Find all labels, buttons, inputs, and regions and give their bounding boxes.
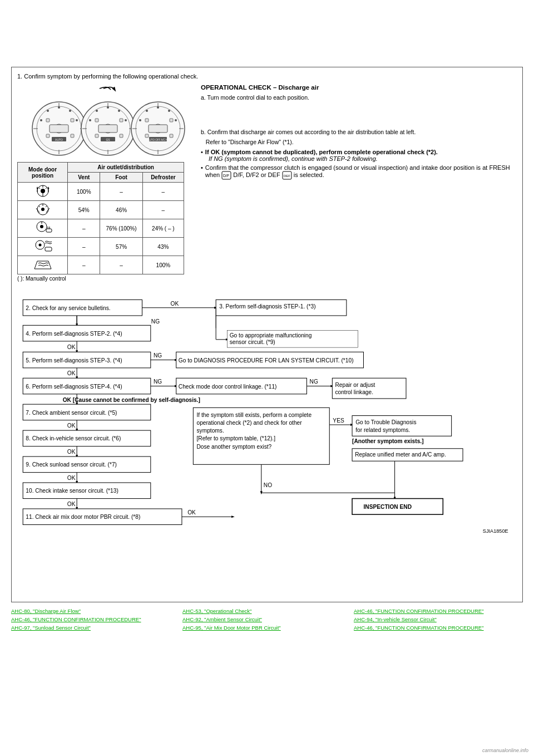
flow-diagram-svg: 2. Check for any service bulletins. OK 3… xyxy=(17,288,517,595)
table-row: 54% 46% – xyxy=(18,201,184,219)
svg-point-38 xyxy=(96,110,98,112)
step7-text: 7. Check ambient sensor circuit. (*5) xyxy=(26,410,117,416)
svg-text:DEF: DEF xyxy=(284,174,290,178)
svg-line-70 xyxy=(46,205,47,207)
svg-rect-82 xyxy=(45,247,52,251)
ng-label-2: NG xyxy=(154,352,162,359)
svg-point-15 xyxy=(58,106,60,109)
svg-point-56 xyxy=(139,119,141,121)
mode-icon-vent xyxy=(18,183,68,201)
table-row: – 57% 43% xyxy=(18,238,184,256)
svg-point-19 xyxy=(47,110,49,112)
ok-cause-text: OK [Cause cannot be confirmed by self-di… xyxy=(63,397,200,403)
mode-icon-bilevel xyxy=(18,201,68,219)
def-row3: 24% ( – ) xyxy=(142,219,184,238)
vent-row4: – xyxy=(68,238,100,256)
op-check-title: OPERATIONAL CHECK – Discharge air xyxy=(201,84,517,91)
svg-text:D/F: D/F xyxy=(223,174,229,178)
footer-link-5[interactable]: AHC-92, "Ambient Sensor Circuit" xyxy=(182,616,352,622)
symptom-still-2: operational check (*2) and check for oth… xyxy=(196,420,302,426)
air-outlet-header: Air outlet/distribution xyxy=(68,163,184,173)
step4-text: 4. Perform self-diagnosis STEP-2. (*4) xyxy=(26,331,122,337)
vent-header: Vent xyxy=(68,173,100,183)
svg-rect-46 xyxy=(149,125,167,132)
mode-icon-foot xyxy=(18,219,68,238)
svg-rect-77 xyxy=(46,229,52,232)
ok-label-1: OK xyxy=(171,301,179,307)
ok-label-5: OK xyxy=(67,449,76,455)
svg-rect-13 xyxy=(71,134,74,138)
footer-link-1[interactable]: AHC-80, "Discharge Air Flow" xyxy=(11,608,180,614)
step11-text: 11. Check air mix door motor PBR circuit… xyxy=(26,514,140,520)
def-row4: 43% xyxy=(142,238,184,256)
ok-label-2: OK xyxy=(67,344,76,350)
dials-svg: AUTO xyxy=(17,84,190,156)
svg-line-62 xyxy=(38,187,40,189)
svg-rect-51 xyxy=(170,134,173,138)
ng-label-3: NG xyxy=(154,379,162,385)
vent-row3: – xyxy=(68,219,100,238)
table-note: ( ): Manually control xyxy=(17,276,190,282)
svg-rect-14 xyxy=(46,134,50,138)
bullet2: • Confirm that the compressor clutch is … xyxy=(201,164,517,180)
footer-link-6[interactable]: AHC-94, "In-vehicle Sensor Circuit" xyxy=(354,616,523,622)
discharge-table: Mode door position Air outlet/distributi… xyxy=(17,162,184,274)
go-appropriate-2: sensor circuit. (*9) xyxy=(230,339,275,345)
svg-rect-52 xyxy=(145,134,149,138)
footer-link-7[interactable]: AHC-97, "Sunload Sensor Circuit" xyxy=(11,625,180,631)
no-label: NO xyxy=(264,482,272,488)
mode-icon-footdef xyxy=(18,238,68,256)
foot-row3: 76% (100%) xyxy=(100,219,142,238)
go-lan-text: Go to DIAGNOSIS PROCEDURE FOR LAN SYSTEM… xyxy=(179,357,354,364)
footer-link-3[interactable]: AHC-46, "FUNCTION CONFIRMATION PROCEDURE… xyxy=(354,608,523,614)
step3-text: 3. Perform self-diagnosis STEP-1. (*3) xyxy=(219,303,315,310)
svg-rect-27 xyxy=(98,125,117,132)
foot-row5: – xyxy=(100,256,142,274)
step10-text: 10. Check intake sensor circuit. (*13) xyxy=(26,488,118,494)
svg-point-16 xyxy=(69,110,71,112)
svg-point-81 xyxy=(38,244,41,247)
diagram-id: SJIA1850E xyxy=(483,528,508,534)
bullet2-text: Confirm that the compressor clutch is en… xyxy=(205,164,517,180)
step8-text: 8. Check in-vehicle sensor circuit. (*6) xyxy=(26,435,121,441)
foot-row4: 57% xyxy=(100,238,142,256)
vent-row5: – xyxy=(68,256,100,274)
svg-point-75 xyxy=(40,225,43,228)
footer-link-4[interactable]: AHC-46, "FUNCTION CONFIRMATION PROCEDURE… xyxy=(11,616,180,622)
table-row: – – 100% xyxy=(18,256,184,274)
bullet-symbol: • xyxy=(201,149,203,155)
repair-adjust-1: Repair or adjust xyxy=(335,382,375,388)
svg-rect-8 xyxy=(50,125,68,132)
footer-link-2[interactable]: AHC-53, "Operational Check" xyxy=(182,608,352,614)
svg-point-18 xyxy=(40,119,42,121)
svg-point-54 xyxy=(168,110,170,112)
svg-text:GS: GS xyxy=(106,138,110,141)
go-appropriate-1: Go to appropriate malfunctioning xyxy=(230,332,312,338)
svg-point-53 xyxy=(157,106,159,109)
page-container: 1. Confirm symptom by performing the fol… xyxy=(11,11,523,631)
svg-rect-33 xyxy=(95,134,98,138)
ok-label-4: OK xyxy=(67,423,76,429)
svg-rect-50 xyxy=(170,119,173,122)
def-row2: – xyxy=(142,201,184,219)
vent-row1: 100% xyxy=(68,183,100,201)
mode-icon-def xyxy=(18,256,68,274)
operational-check: OPERATIONAL CHECK – Discharge air a. Tur… xyxy=(195,84,517,282)
svg-text:AUTO: AUTO xyxy=(55,138,63,141)
symptom-still-1: If the symptom still exists, perform a c… xyxy=(196,412,312,418)
svg-rect-12 xyxy=(71,119,74,122)
watermark: carmanualonline.info xyxy=(482,748,528,753)
def-row1: – xyxy=(142,183,184,201)
step5-text: 5. Perform self-diagnosis STEP-3. (*4) xyxy=(26,357,122,364)
svg-rect-11 xyxy=(46,119,50,122)
bullet1-text: If OK (symptom cannot be duplicated), pe… xyxy=(205,149,438,162)
footer-link-9[interactable]: AHC-46, "FUNCTION CONFIRMATION PROCEDURE… xyxy=(354,625,523,631)
top-section: AUTO xyxy=(17,84,517,282)
go-trouble-2: for related symptoms. xyxy=(355,427,410,433)
footer-link-8[interactable]: AHC-95, "Air Mix Door Motor PBR Circuit" xyxy=(182,625,352,631)
svg-point-35 xyxy=(118,110,120,112)
svg-rect-30 xyxy=(95,119,98,122)
confirm-title: 1. Confirm symptom by performing the fol… xyxy=(17,73,517,80)
ok-label-7: OK xyxy=(67,501,76,507)
dials-area: AUTO xyxy=(17,84,190,282)
